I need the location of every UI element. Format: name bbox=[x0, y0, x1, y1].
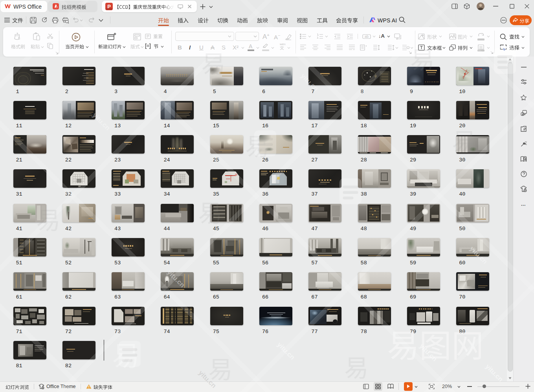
svg-text:ab: ab bbox=[365, 35, 369, 38]
svg-text:P: P bbox=[107, 4, 111, 9]
